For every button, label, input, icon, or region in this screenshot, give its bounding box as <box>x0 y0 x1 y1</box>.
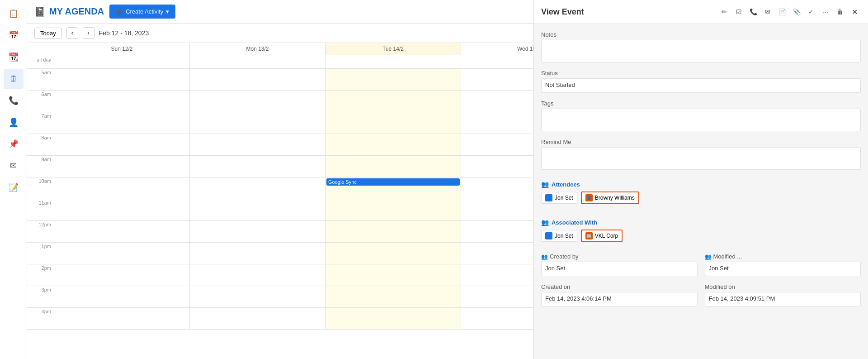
calendar-week-icon: 🗓 <box>9 74 18 84</box>
cell-9am-tue[interactable] <box>326 156 461 177</box>
cell-5am-sun[interactable] <box>54 69 190 90</box>
cell-10am-tue[interactable]: Google Sync <box>326 177 461 199</box>
cell-11am-tue[interactable] <box>326 199 461 220</box>
dropdown-icon: ▾ <box>166 8 169 15</box>
cell-8am-tue[interactable] <box>326 134 461 155</box>
created-by-value: Jon Set <box>541 262 698 276</box>
email-action-button[interactable]: ✉ <box>761 5 774 18</box>
cell-4pm-sun[interactable] <box>54 308 190 329</box>
checkmark-button[interactable]: ✓ <box>805 5 817 18</box>
associated-chip-jonset[interactable]: 👤 Jon Set <box>541 230 577 242</box>
modified-on-value: Feb 14, 2023 4:09:51 PM <box>705 292 861 306</box>
all-day-label: all day <box>27 55 54 68</box>
cell-6am-tue[interactable] <box>326 91 461 112</box>
time-label-12pm: 12pm <box>27 221 54 242</box>
cell-5am-mon[interactable] <box>190 69 326 90</box>
all-day-cell-tue[interactable] <box>326 55 461 68</box>
more-button[interactable]: ··· <box>819 5 832 18</box>
modified-by-label: Modified ... <box>713 253 742 260</box>
sidebar-item-contacts[interactable]: 📞 <box>4 91 24 110</box>
notes-value[interactable] <box>541 40 861 62</box>
cell-7am-sun[interactable] <box>54 112 190 134</box>
attendees-section: 👥 Attendees 👤 Jon Set 👤 Browny Williams <box>541 177 861 208</box>
cell-3pm-mon[interactable] <box>190 286 326 307</box>
cell-3pm-tue[interactable] <box>326 286 461 307</box>
sidebar-item-calendar-week[interactable]: 🗓 <box>4 69 24 89</box>
cell-12pm-mon[interactable] <box>190 221 326 242</box>
cell-10am-mon[interactable] <box>190 177 326 199</box>
sidebar-item-people[interactable]: 👤 <box>4 112 24 132</box>
cell-1pm-mon[interactable] <box>190 243 326 264</box>
time-label-4pm: 4pm <box>27 308 54 329</box>
all-day-cell-mon[interactable] <box>190 55 326 68</box>
associated-with-header: 👥 Associated With <box>541 219 861 226</box>
cell-6am-sun[interactable] <box>54 91 190 112</box>
cell-12pm-sun[interactable] <box>54 221 190 242</box>
cell-5am-tue[interactable] <box>326 69 461 90</box>
cell-4pm-mon[interactable] <box>190 308 326 329</box>
cell-8am-mon[interactable] <box>190 134 326 155</box>
attendees-list: 👤 Jon Set 👤 Browny Williams <box>541 191 861 204</box>
phone-button[interactable]: 📞 <box>747 5 760 18</box>
cell-1pm-tue[interactable] <box>326 243 461 264</box>
cell-11am-mon[interactable] <box>190 199 326 220</box>
cell-7am-tue[interactable] <box>326 112 461 134</box>
vklcorp-icon: 🏢 <box>585 232 593 239</box>
cell-9am-sun[interactable] <box>54 156 190 177</box>
edit-icon: ✏ <box>722 8 727 15</box>
sidebar-item-pin[interactable]: 📌 <box>4 134 24 154</box>
attachment-button[interactable]: 📎 <box>790 5 803 18</box>
main-content: 📓 MY AGENDA ➕ Create Activity ▾ Today ‹ … <box>27 0 868 359</box>
attendees-icon: 👥 <box>541 181 549 188</box>
cell-3pm-sun[interactable] <box>54 286 190 307</box>
status-label: Status <box>541 70 861 77</box>
cell-11am-sun[interactable] <box>54 199 190 220</box>
cell-8am-sun[interactable] <box>54 134 190 155</box>
cell-9am-mon[interactable] <box>190 156 326 177</box>
time-label-5am: 5am <box>27 69 54 90</box>
time-label-8am: 8am <box>27 134 54 155</box>
cell-12pm-tue[interactable] <box>326 221 461 242</box>
delete-button[interactable]: 🗑 <box>834 5 846 18</box>
checkbox-button[interactable]: ☑ <box>732 5 745 18</box>
cell-10am-sun[interactable] <box>54 177 190 199</box>
contacts-icon: 📞 <box>9 96 19 105</box>
remind-me-value[interactable] <box>541 147 861 170</box>
google-sync-event[interactable]: Google Sync <box>326 178 460 186</box>
sidebar-item-email[interactable]: ✉ <box>4 156 24 176</box>
sidebar-item-calendar-list[interactable]: 📅 <box>4 25 24 45</box>
modified-by-icon: 👥 <box>705 254 712 260</box>
attendee-chip-jonset[interactable]: 👤 Jon Set <box>541 192 577 204</box>
sidebar-item-calendar-month[interactable]: 📆 <box>4 47 24 67</box>
cell-2pm-tue[interactable] <box>326 264 461 286</box>
time-label-9am: 9am <box>27 156 54 177</box>
sidebar-item-agenda[interactable]: 📋 <box>4 4 24 24</box>
all-day-cell-sun[interactable] <box>54 55 190 68</box>
tags-value[interactable] <box>541 109 861 131</box>
time-header-spacer <box>27 43 54 55</box>
phone-icon: 📞 <box>750 8 757 15</box>
calendar-list-icon: 📅 <box>9 30 19 40</box>
next-button[interactable]: › <box>83 27 94 39</box>
meta-row-1: 👥 Created by Jon Set 👥 Modified ... Jon … <box>541 253 861 276</box>
cell-7am-mon[interactable] <box>190 112 326 134</box>
cell-1pm-sun[interactable] <box>54 243 190 264</box>
associated-chip-vklcorp[interactable]: 🏢 VKL Corp <box>581 230 623 242</box>
time-label-6am: 6am <box>27 91 54 112</box>
cell-2pm-sun[interactable] <box>54 264 190 286</box>
create-activity-button[interactable]: ➕ Create Activity ▾ <box>109 5 175 19</box>
cell-6am-mon[interactable] <box>190 91 326 112</box>
tags-label: Tags <box>541 100 861 107</box>
cell-2pm-mon[interactable] <box>190 264 326 286</box>
cell-4pm-tue[interactable] <box>326 308 461 329</box>
attendee-chip-browny[interactable]: 👤 Browny Williams <box>581 191 639 204</box>
chevron-left-icon: ‹ <box>71 30 73 36</box>
view-event-panel: View Event ✏ ☑ 📞 ✉ 📄 📎 <box>533 0 868 359</box>
prev-button[interactable]: ‹ <box>66 27 78 39</box>
notes-icon: 📝 <box>9 182 19 192</box>
today-button[interactable]: Today <box>34 28 62 39</box>
edit-button[interactable]: ✏ <box>718 5 731 18</box>
document-button[interactable]: 📄 <box>776 5 788 18</box>
close-button[interactable]: ✕ <box>848 5 861 18</box>
sidebar-item-notes[interactable]: 📝 <box>4 177 24 197</box>
